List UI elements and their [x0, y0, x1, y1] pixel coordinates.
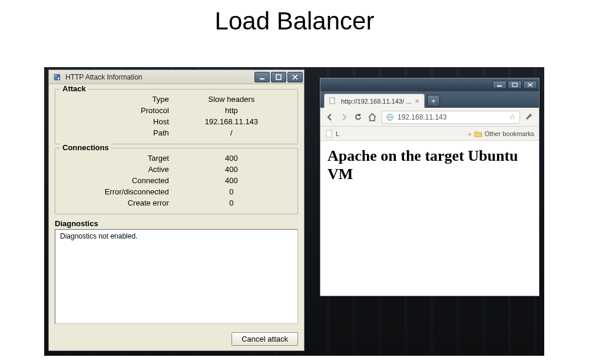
browser-close-button[interactable] — [523, 81, 537, 89]
conn-error-label: Error/disconnected — [62, 187, 171, 197]
folder-icon — [474, 130, 482, 138]
page-heading: Apache on the target Ubuntu VM — [327, 147, 532, 183]
conn-active-label: Active — [62, 164, 171, 174]
bookmarks-bar: L » Other bookmarks — [320, 127, 539, 141]
browser-window: http://192.168.11.143/ ... × + 192.168.1… — [320, 78, 540, 296]
attack-protocol-label: Protocol — [62, 105, 171, 115]
home-button[interactable] — [368, 112, 377, 122]
attack-path-label: Path — [62, 128, 171, 138]
attack-host-value: 192.168.11.143 — [173, 117, 290, 127]
browser-tabstrip: http://192.168.11.143/ ... × + — [320, 91, 539, 108]
bookmarks-overflow-icon[interactable]: » — [468, 130, 472, 137]
svg-rect-3 — [55, 77, 57, 79]
bookmarks-bar-item-label: L — [336, 130, 339, 137]
conn-connected-value: 400 — [173, 176, 290, 186]
svg-rect-8 — [512, 83, 517, 87]
svg-rect-5 — [260, 78, 264, 80]
attack-type-value: Slow headers — [173, 94, 290, 104]
svg-rect-6 — [276, 75, 281, 80]
conn-active-value: 400 — [173, 164, 290, 174]
conn-target-label: Target — [62, 153, 171, 163]
slide-title: Load Balancer — [0, 0, 589, 46]
svg-rect-1 — [55, 75, 57, 77]
conn-connected-label: Connected — [62, 176, 171, 186]
desktop-stage: Ne Docu HTTP Attack Information Attack T… — [44, 67, 544, 356]
conn-createerr-value: 0 — [173, 198, 290, 208]
connections-group-legend: Connections — [60, 143, 111, 152]
forward-button[interactable] — [339, 112, 349, 122]
address-text: 192.168.11.143 — [398, 113, 505, 121]
connections-group: Connections Target400 Active400 Connecte… — [55, 148, 298, 214]
diagnostics-textarea[interactable]: Diagnostics not enabled. — [55, 229, 298, 324]
browser-maximize-button[interactable] — [508, 81, 522, 89]
page-favicon-icon — [329, 97, 337, 105]
attack-host-label: Host — [62, 117, 171, 127]
app-icon — [52, 72, 62, 82]
attack-protocol-value: http — [173, 105, 290, 115]
conn-target-value: 400 — [173, 153, 290, 163]
browser-tab-title: http://192.168.11.143/ ... — [341, 98, 411, 105]
browser-minimize-button[interactable] — [492, 81, 507, 89]
bookmark-star-icon[interactable]: ☆ — [509, 112, 516, 121]
back-button[interactable] — [325, 112, 335, 122]
cancel-attack-button[interactable]: Cancel attack — [231, 332, 298, 346]
minimize-button[interactable] — [254, 72, 270, 82]
tab-close-icon[interactable]: × — [415, 97, 419, 105]
globe-icon — [386, 113, 394, 121]
other-bookmarks-button[interactable]: Other bookmarks — [485, 130, 534, 137]
page-icon — [325, 130, 333, 138]
attack-path-value: / — [173, 128, 290, 138]
browser-toolbar: 192.168.11.143 ☆ — [320, 108, 539, 127]
attack-group-legend: Attack — [60, 84, 88, 93]
address-bar[interactable]: 192.168.11.143 ☆ — [382, 111, 520, 124]
diagnostics-label: Diagnostics — [55, 219, 298, 228]
browser-tab[interactable]: http://192.168.11.143/ ... × — [324, 94, 425, 108]
reload-button[interactable] — [353, 112, 363, 122]
attack-group: Attack TypeSlow headers Protocolhttp Hos… — [55, 89, 298, 144]
browser-frame-top[interactable] — [320, 78, 539, 91]
bookmarks-bar-item[interactable]: L — [325, 130, 339, 138]
close-button[interactable] — [287, 72, 303, 82]
svg-rect-7 — [497, 85, 502, 87]
browser-viewport[interactable]: Apache on the target Ubuntu VM — [320, 141, 539, 296]
conn-error-value: 0 — [173, 187, 290, 197]
svg-rect-0 — [54, 74, 61, 80]
maximize-button[interactable] — [271, 72, 286, 82]
attack-type-label: Type — [62, 94, 171, 104]
conn-createerr-label: Create error — [62, 198, 171, 208]
settings-wrench-icon[interactable] — [525, 112, 534, 122]
svg-rect-11 — [326, 130, 332, 137]
new-tab-button[interactable]: + — [427, 95, 440, 107]
titlebar[interactable]: HTTP Attack Information — [49, 70, 304, 84]
svg-rect-2 — [58, 75, 59, 77]
window-title: HTTP Attack Information — [65, 73, 251, 81]
attack-info-window: HTTP Attack Information Attack TypeSlow … — [48, 70, 305, 351]
svg-rect-4 — [58, 77, 59, 79]
